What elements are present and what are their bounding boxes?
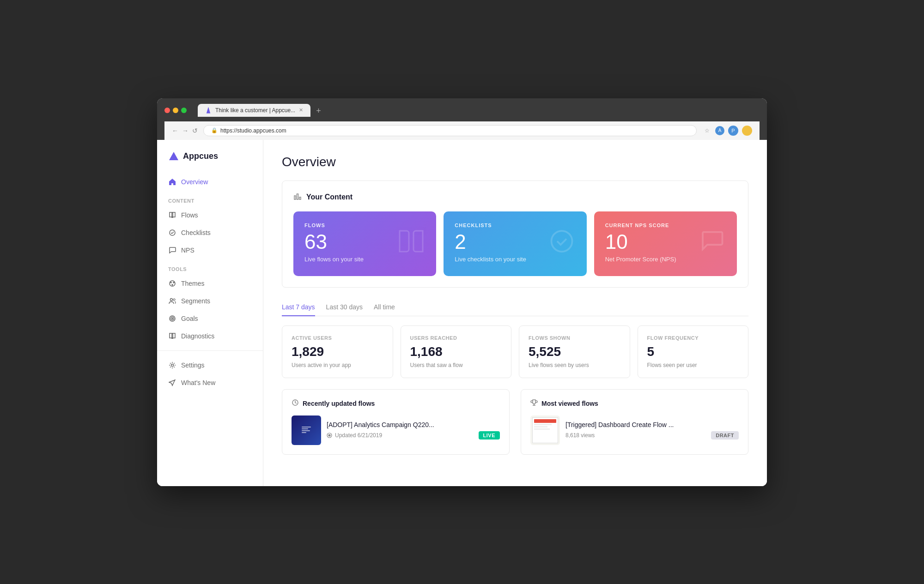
- svg-rect-20: [302, 432, 306, 433]
- stat-active-users: ACTIVE USERS 1,829 Users active in your …: [282, 325, 393, 378]
- tab-7days[interactable]: Last 7 days: [282, 299, 315, 316]
- svg-point-10: [172, 318, 173, 319]
- svg-rect-19: [302, 430, 310, 431]
- flow-frequency-value: 5: [647, 344, 739, 359]
- send-icon: [168, 379, 176, 387]
- flow-meta-1: Updated 6/21/2019 LIVE: [327, 431, 500, 440]
- sidebar-item-whats-new[interactable]: What's New: [157, 374, 263, 391]
- flow-frequency-label: FLOW FREQUENCY: [647, 335, 739, 341]
- flow-thumbnail-1: [292, 415, 321, 445]
- sidebar-item-diagnostics[interactable]: Diagnostics: [157, 327, 263, 345]
- sidebar-nps-label: NPS: [181, 247, 195, 254]
- app-container: Appcues Overview CONTENT: [157, 140, 767, 486]
- back-button[interactable]: ←: [172, 127, 178, 134]
- book-open-icon: [168, 332, 176, 340]
- checklists-card[interactable]: CHECKLISTS 2 Live checklists on your sit…: [444, 211, 586, 276]
- svg-point-22: [328, 434, 330, 436]
- sidebar-item-checklists[interactable]: Checklists: [157, 224, 263, 241]
- nps-card-icon: [698, 227, 726, 260]
- check-circle-icon: [168, 229, 176, 237]
- sidebar-item-nps[interactable]: NPS: [157, 241, 263, 259]
- sidebar-section-content: CONTENT: [157, 191, 263, 206]
- tab-30days[interactable]: Last 30 days: [326, 299, 363, 316]
- reload-button[interactable]: ↺: [192, 127, 198, 134]
- star-icon[interactable]: ☆: [702, 126, 711, 135]
- most-viewed-flow-item[interactable]: [Triggered] Dashboard Create Flow ... 8,…: [530, 415, 739, 445]
- appcues-logo-icon: [168, 151, 179, 162]
- flows-card-icon: [397, 227, 425, 260]
- page-title: Overview: [282, 155, 748, 169]
- flows-shown-label: FLOWS SHOWN: [529, 335, 620, 341]
- sidebar-settings-label: Settings: [181, 361, 205, 369]
- tab-bar: Think like a customer | Appcue... ✕ +: [198, 104, 325, 117]
- flows-section: Recently updated flows: [282, 389, 748, 455]
- svg-rect-18: [302, 428, 308, 429]
- svg-point-11: [171, 364, 174, 366]
- svg-rect-13: [297, 194, 298, 199]
- sidebar-item-segments[interactable]: Segments: [157, 292, 263, 310]
- flow-info-1: [ADOPT] Analytics Campaign Q220... Updat…: [327, 421, 500, 440]
- tab-favicon: [205, 107, 212, 114]
- nps-card[interactable]: CURRENT NPS SCORE 10 Net Promoter Score …: [594, 211, 737, 276]
- sidebar-section-tools: TOOLS: [157, 259, 263, 275]
- trophy-icon: [530, 399, 538, 408]
- profile-icon[interactable]: P: [728, 126, 738, 136]
- main-content: Overview Your Content: [263, 140, 767, 486]
- users-reached-value: 1,168: [410, 344, 502, 359]
- sidebar-item-overview[interactable]: Overview: [157, 173, 263, 191]
- svg-rect-17: [302, 427, 311, 427]
- nav-buttons: ← → ↺: [172, 127, 198, 134]
- your-content-section: Your Content FLOWS 63 Live flows on your…: [282, 181, 748, 288]
- sidebar-item-themes[interactable]: Themes: [157, 275, 263, 292]
- tab-close-icon[interactable]: ✕: [299, 107, 303, 113]
- sidebar-item-goals[interactable]: Goals: [157, 310, 263, 327]
- cards-grid: FLOWS 63 Live flows on your site CHECKLI: [293, 211, 737, 276]
- svg-point-6: [170, 298, 173, 301]
- sidebar-item-settings[interactable]: Settings: [157, 356, 263, 374]
- palette-icon: [168, 279, 176, 288]
- svg-point-5: [172, 284, 173, 285]
- minimize-button[interactable]: [173, 108, 178, 113]
- flows-shown-value: 5,525: [529, 344, 620, 359]
- browser-tab[interactable]: Think like a customer | Appcue... ✕: [198, 104, 310, 117]
- sidebar-logo: Appcues: [157, 151, 263, 173]
- bar-chart-icon: [293, 192, 302, 202]
- most-viewed-header: Most viewed flows: [530, 399, 739, 408]
- sidebar-nav: Overview CONTENT Flows: [157, 173, 263, 391]
- most-viewed-title: Most viewed flows: [541, 400, 598, 407]
- maximize-button[interactable]: [181, 108, 187, 113]
- time-tabs: Last 7 days Last 30 days All time: [282, 299, 748, 316]
- new-tab-button[interactable]: +: [312, 105, 325, 117]
- sidebar-overview-label: Overview: [181, 178, 208, 186]
- flows-card[interactable]: FLOWS 63 Live flows on your site: [293, 211, 436, 276]
- svg-point-7: [173, 299, 175, 301]
- recently-updated-title: Recently updated flows: [303, 400, 375, 407]
- close-button[interactable]: [164, 108, 170, 113]
- sidebar-item-flows[interactable]: Flows: [157, 206, 263, 224]
- browser-addressbar: ← → ↺ 🔒 https://studio.appcues.com ☆ A P: [164, 121, 760, 140]
- flows-shown-desc: Live flows seen by users: [529, 362, 620, 368]
- extension-icon[interactable]: A: [715, 126, 724, 135]
- active-users-label: ACTIVE USERS: [292, 335, 383, 341]
- svg-point-4: [173, 282, 174, 283]
- recent-flow-item[interactable]: [ADOPT] Analytics Campaign Q220... Updat…: [292, 415, 500, 445]
- tab-alltime[interactable]: All time: [374, 299, 395, 316]
- clock-icon: [292, 399, 299, 408]
- browser-window: Think like a customer | Appcue... ✕ + ← …: [157, 98, 767, 486]
- flow-meta-2: 8,618 views DRAFT: [565, 431, 739, 440]
- section-header: Your Content: [293, 192, 737, 202]
- avatar-icon[interactable]: [742, 126, 752, 136]
- sidebar-whats-new-label: What's New: [181, 379, 215, 386]
- browser-titlebar: Think like a customer | Appcue... ✕ + ← …: [157, 98, 767, 140]
- sidebar: Appcues Overview CONTENT: [157, 140, 263, 486]
- forward-button[interactable]: →: [182, 127, 188, 134]
- svg-point-15: [551, 231, 572, 252]
- recent-flow-name: [ADOPT] Analytics Campaign Q220...: [327, 421, 500, 428]
- flow-updated: Updated 6/21/2019: [327, 432, 382, 439]
- toolbar-icons: ☆ A P: [702, 126, 752, 136]
- traffic-lights: [164, 108, 187, 113]
- tab-title: Think like a customer | Appcue...: [215, 107, 295, 114]
- sidebar-flows-label: Flows: [181, 211, 198, 219]
- target-icon: [168, 314, 176, 323]
- address-bar[interactable]: 🔒 https://studio.appcues.com: [203, 125, 697, 136]
